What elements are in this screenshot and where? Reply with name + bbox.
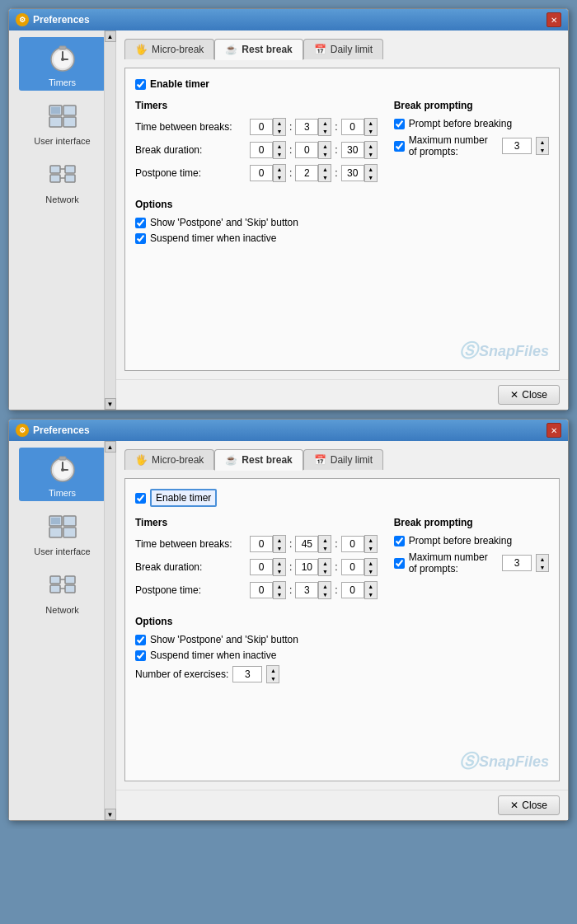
- pt-s-up-2[interactable]: ▲: [365, 582, 377, 590]
- close-button-1[interactable]: ✕ Close: [498, 385, 560, 405]
- pt-h-down-1[interactable]: ▼: [274, 173, 285, 181]
- tbr-sep1-1: :: [289, 121, 292, 133]
- tbr-s-input-2[interactable]: [341, 536, 364, 552]
- enable-timer-checkbox-1[interactable]: [135, 79, 146, 90]
- bd-m-input-1[interactable]: [295, 142, 318, 158]
- bd-s-up-1[interactable]: ▲: [365, 142, 377, 150]
- exercises-input-2[interactable]: [232, 666, 262, 682]
- bd-s-input-1[interactable]: [341, 142, 364, 158]
- bd-m-up-1[interactable]: ▲: [319, 142, 331, 150]
- sidebar-item-ui-2[interactable]: User interface: [19, 506, 106, 560]
- bd-s-down-1[interactable]: ▼: [365, 150, 377, 158]
- suspend-timer-checkbox-2[interactable]: [135, 650, 146, 661]
- show-postpone-row-1: Show 'Postpone' and 'Skip' button: [135, 217, 549, 228]
- tbr-h-down-2[interactable]: ▼: [274, 544, 285, 552]
- pt-m-input-2[interactable]: [295, 582, 318, 598]
- show-postpone-checkbox-1[interactable]: [135, 218, 146, 228]
- pt-s-down-1[interactable]: ▼: [365, 173, 377, 181]
- pt-m-down-1[interactable]: ▼: [319, 173, 331, 181]
- suspend-timer-checkbox-1[interactable]: [135, 233, 146, 244]
- tbr-m-input-2[interactable]: [295, 536, 318, 552]
- max-prompts-down-1[interactable]: ▼: [537, 146, 548, 154]
- exercises-down-2[interactable]: ▼: [267, 674, 279, 682]
- pt-m-down-2[interactable]: ▼: [319, 590, 331, 598]
- tbr-s-up-1[interactable]: ▲: [365, 119, 377, 127]
- bd-s-up-2[interactable]: ▲: [365, 559, 377, 567]
- bd-h-input-2[interactable]: [250, 559, 273, 575]
- bd-h-down-1[interactable]: ▼: [274, 150, 285, 158]
- scroll-up-1[interactable]: ▲: [105, 30, 116, 42]
- sidebar-item-timers-1[interactable]: Timers: [19, 37, 106, 91]
- bd-h-input-1[interactable]: [250, 142, 273, 158]
- tbr-s-down-1[interactable]: ▼: [365, 127, 377, 135]
- bd-h-up-2[interactable]: ▲: [274, 559, 285, 567]
- tbr-h-input-1[interactable]: [250, 119, 273, 135]
- tbr-s-input-1[interactable]: [341, 119, 364, 135]
- max-prompts-up-2[interactable]: ▲: [537, 555, 548, 563]
- exercises-up-2[interactable]: ▲: [267, 666, 279, 674]
- pt-h-up-1[interactable]: ▲: [274, 165, 285, 173]
- pt-s-up-1[interactable]: ▲: [365, 165, 377, 173]
- pt-m-up-1[interactable]: ▲: [319, 165, 331, 173]
- tbr-h-down-1[interactable]: ▼: [274, 127, 285, 135]
- tbr-s-down-2[interactable]: ▼: [365, 544, 377, 552]
- scroll-down-1[interactable]: ▼: [105, 398, 116, 410]
- window-close-btn-1[interactable]: ✕: [547, 12, 561, 27]
- tbr-m-up-1[interactable]: ▲: [319, 119, 331, 127]
- tab-micro-break-2[interactable]: 🖐 Micro-break: [124, 449, 214, 470]
- pt-s-input-2[interactable]: [341, 582, 364, 598]
- bd-m-up-2[interactable]: ▲: [319, 559, 331, 567]
- pt-s-input-1[interactable]: [341, 165, 364, 181]
- max-prompts-down-2[interactable]: ▼: [537, 563, 548, 571]
- sidebar-item-ui-1[interactable]: User interface: [19, 96, 106, 149]
- bd-m-down-1[interactable]: ▼: [319, 150, 331, 158]
- pt-h-input-1[interactable]: [250, 165, 273, 181]
- prompt-before-checkbox-2[interactable]: [394, 536, 405, 546]
- pt-m-btns-1: ▲ ▼: [318, 164, 331, 182]
- window-close-btn-2[interactable]: ✕: [547, 423, 561, 438]
- bd-m-input-2[interactable]: [295, 559, 318, 575]
- tbr-h-input-2[interactable]: [250, 536, 273, 552]
- show-postpone-checkbox-2[interactable]: [135, 635, 146, 645]
- bd-m-down-2[interactable]: ▼: [319, 567, 331, 575]
- tbr-m-down-2[interactable]: ▼: [319, 544, 331, 552]
- pt-s-down-2[interactable]: ▼: [365, 590, 377, 598]
- max-prompts-checkbox-2[interactable]: [394, 558, 405, 569]
- tab-rest-break-1[interactable]: ☕ Rest break: [214, 39, 303, 60]
- pt-h-spinner-1: ▲ ▼: [250, 164, 286, 182]
- pt-h-down-2[interactable]: ▼: [274, 590, 285, 598]
- pt-h-input-2[interactable]: [250, 582, 273, 598]
- content-panel-1: Enable timer Timers Time between breaks:: [124, 68, 560, 371]
- tbr-h-up-1[interactable]: ▲: [274, 119, 285, 127]
- scroll-up-2[interactable]: ▲: [105, 441, 116, 453]
- enable-timer-checkbox-2[interactable]: [135, 493, 146, 504]
- tbr-s-up-2[interactable]: ▲: [365, 536, 377, 544]
- max-prompts-input-1[interactable]: [502, 138, 532, 154]
- tbr-m-input-1[interactable]: [295, 119, 318, 135]
- daily-limit-label-2: Daily limit: [331, 454, 373, 466]
- bd-h-down-2[interactable]: ▼: [274, 567, 285, 575]
- bd-h-up-1[interactable]: ▲: [274, 142, 285, 150]
- pt-h-up-2[interactable]: ▲: [274, 582, 285, 590]
- pt-m-up-2[interactable]: ▲: [319, 582, 331, 590]
- scroll-down-2[interactable]: ▼: [105, 809, 116, 820]
- tab-daily-limit-2[interactable]: 📅 Daily limit: [303, 449, 383, 470]
- max-prompts-checkbox-1[interactable]: [394, 141, 405, 152]
- bd-s-input-2[interactable]: [341, 559, 364, 575]
- max-prompts-up-1[interactable]: ▲: [537, 138, 548, 146]
- tbr-h-up-2[interactable]: ▲: [274, 536, 285, 544]
- postpone-time-label-2: Postpone time:: [135, 584, 246, 596]
- close-button-2[interactable]: ✕ Close: [498, 795, 560, 815]
- max-prompts-input-2[interactable]: [502, 555, 532, 571]
- pt-m-input-1[interactable]: [295, 165, 318, 181]
- tbr-m-up-2[interactable]: ▲: [319, 536, 331, 544]
- tbr-m-down-1[interactable]: ▼: [319, 127, 331, 135]
- sidebar-item-network-1[interactable]: Network: [19, 154, 106, 208]
- prompt-before-checkbox-1[interactable]: [394, 119, 405, 129]
- tab-micro-break-1[interactable]: 🖐 Micro-break: [124, 39, 214, 59]
- sidebar-item-network-2[interactable]: Network: [19, 565, 106, 618]
- sidebar-item-timers-2[interactable]: Timers: [19, 448, 106, 501]
- bd-s-down-2[interactable]: ▼: [365, 567, 377, 575]
- tab-rest-break-2[interactable]: ☕ Rest break: [214, 449, 303, 471]
- tab-daily-limit-1[interactable]: 📅 Daily limit: [303, 39, 383, 59]
